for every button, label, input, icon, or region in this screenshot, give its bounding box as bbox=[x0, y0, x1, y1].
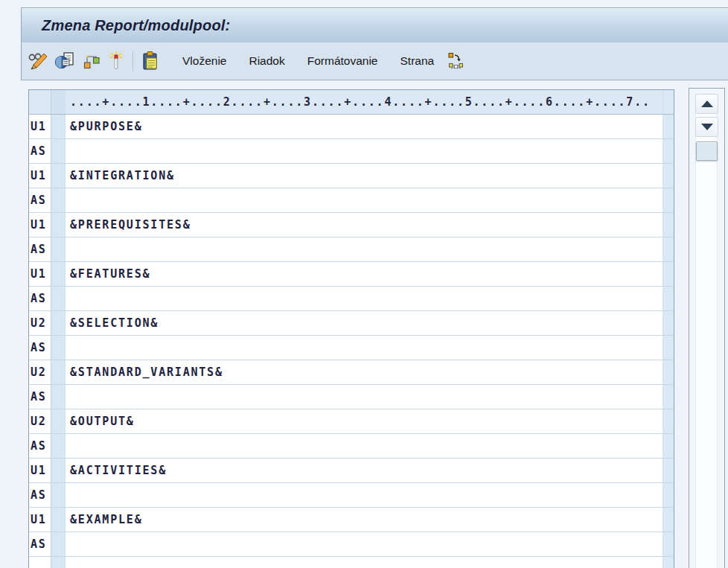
line-text-cell[interactable] bbox=[66, 483, 662, 507]
line-gutter bbox=[51, 213, 66, 237]
page-title: Zmena Report/modulpool: bbox=[42, 17, 230, 34]
line-right-gutter bbox=[662, 557, 674, 568]
scroll-down-button[interactable] bbox=[695, 117, 718, 137]
line-text-cell[interactable] bbox=[66, 336, 662, 360]
line-format-cell[interactable]: U1 bbox=[29, 115, 51, 138]
line-gutter bbox=[51, 262, 66, 286]
line-right-gutter bbox=[662, 287, 674, 310]
line-right-gutter bbox=[662, 459, 674, 482]
editor-row: AS bbox=[29, 532, 674, 557]
line-format-cell[interactable]: U1 bbox=[29, 213, 51, 237]
line-text-cell[interactable] bbox=[66, 532, 662, 556]
line-gutter bbox=[51, 237, 66, 261]
line-text-cell[interactable]: &PREREQUISITES& bbox=[66, 213, 662, 237]
line-gutter bbox=[51, 434, 66, 458]
vertical-scrollbar bbox=[689, 88, 725, 568]
line-right-gutter bbox=[662, 115, 674, 138]
line-gutter bbox=[51, 385, 66, 409]
ruler-gutter bbox=[51, 90, 66, 114]
document-globe-icon[interactable] bbox=[54, 50, 76, 72]
display-change-icon[interactable] bbox=[27, 50, 49, 72]
line-right-gutter bbox=[662, 532, 674, 556]
line-text-cell[interactable] bbox=[66, 385, 662, 409]
line-format-cell[interactable]: AS bbox=[29, 532, 51, 556]
editor-row: AS bbox=[29, 287, 674, 311]
structure-icon[interactable] bbox=[80, 50, 103, 72]
line-gutter bbox=[51, 287, 66, 310]
line-gutter bbox=[51, 360, 66, 384]
line-text-cell[interactable]: &INTEGRATION& bbox=[66, 164, 662, 188]
line-format-cell[interactable]: AS bbox=[29, 385, 51, 409]
line-button[interactable]: Riadok bbox=[246, 53, 287, 69]
line-right-gutter bbox=[662, 508, 674, 532]
line-text-cell[interactable] bbox=[66, 557, 662, 568]
editor-row: AS bbox=[29, 336, 674, 360]
line-text-cell[interactable]: &SELECTION& bbox=[66, 311, 662, 335]
line-format-cell[interactable]: U1 bbox=[29, 508, 51, 532]
line-text-cell[interactable]: &FEATURES& bbox=[66, 262, 662, 286]
rearrange-icon[interactable] bbox=[447, 50, 466, 72]
formatting-button[interactable]: Formátovanie bbox=[305, 53, 380, 69]
line-text-cell[interactable]: &EXAMPLE& bbox=[66, 508, 662, 532]
editor-row: AS bbox=[29, 237, 674, 262]
title-bar: Zmena Report/modulpool: bbox=[21, 7, 728, 43]
line-format-cell[interactable]: U2 bbox=[29, 311, 51, 335]
line-format-cell[interactable]: AS bbox=[29, 139, 51, 163]
scrollbar-thumb[interactable] bbox=[696, 141, 718, 161]
line-gutter bbox=[51, 115, 66, 138]
line-right-gutter bbox=[662, 262, 674, 286]
line-format-cell[interactable]: AS bbox=[29, 483, 51, 507]
line-text-cell[interactable] bbox=[66, 237, 662, 261]
line-text-cell[interactable]: &OUTPUT& bbox=[66, 409, 662, 433]
toolbar-buttons: Vloženie Riadok Formátovanie Strana bbox=[180, 53, 436, 69]
editor-row bbox=[29, 557, 674, 568]
line-format-cell[interactable]: AS bbox=[29, 434, 51, 458]
line-text-cell[interactable]: &PURPOSE& bbox=[66, 115, 662, 138]
editor-row: AS bbox=[29, 483, 674, 508]
editor-rows: U1 &PURPOSE& AS U1 &INTEGRATION& AS U1 &… bbox=[29, 115, 674, 568]
line-right-gutter bbox=[662, 188, 674, 212]
line-gutter bbox=[51, 164, 66, 188]
line-format-cell[interactable]: U1 bbox=[29, 459, 51, 482]
editor-row: U1 &EXAMPLE& bbox=[29, 508, 674, 532]
line-format-cell[interactable]: AS bbox=[29, 336, 51, 360]
line-gutter bbox=[51, 311, 66, 335]
line-text-cell[interactable]: &ACTIVITIES& bbox=[66, 459, 662, 482]
scroll-up-button[interactable] bbox=[695, 94, 718, 114]
arrow-up-icon bbox=[701, 100, 713, 107]
insert-button[interactable]: Vloženie bbox=[180, 53, 229, 69]
activate-wand-icon[interactable] bbox=[107, 50, 125, 72]
line-format-cell[interactable]: U1 bbox=[29, 262, 51, 286]
line-text-cell[interactable]: &STANDARD_VARIANTS& bbox=[66, 360, 662, 384]
line-gutter bbox=[51, 483, 66, 507]
ruler-right-gutter bbox=[662, 90, 674, 114]
toolbar-separator bbox=[132, 51, 133, 71]
line-text-cell[interactable] bbox=[66, 434, 662, 458]
editor-row: U2 &OUTPUT& bbox=[29, 409, 674, 434]
line-format-cell[interactable]: U1 bbox=[29, 164, 51, 188]
editor-row: U1 &INTEGRATION& bbox=[29, 164, 674, 188]
line-text-cell[interactable] bbox=[66, 287, 662, 310]
scrollbar-track[interactable] bbox=[695, 94, 718, 568]
line-format-cell[interactable]: AS bbox=[29, 188, 51, 212]
line-format-cell[interactable]: U2 bbox=[29, 360, 51, 384]
line-right-gutter bbox=[662, 139, 674, 163]
paste-icon[interactable] bbox=[140, 50, 162, 72]
line-gutter bbox=[51, 557, 66, 568]
line-gutter bbox=[51, 139, 66, 163]
page-button[interactable]: Strana bbox=[397, 53, 436, 69]
line-text-cell[interactable] bbox=[66, 139, 662, 163]
editor-row: U1 &ACTIVITIES& bbox=[29, 459, 674, 483]
line-text-cell[interactable] bbox=[66, 188, 662, 212]
editor-row: AS bbox=[29, 434, 674, 459]
line-right-gutter bbox=[662, 385, 674, 409]
line-format-cell[interactable] bbox=[29, 557, 51, 568]
sap-editor-window: Zmena Report/modulpool: bbox=[0, 0, 728, 568]
line-format-cell[interactable]: U2 bbox=[29, 409, 51, 433]
line-right-gutter bbox=[662, 483, 674, 507]
line-right-gutter bbox=[662, 336, 674, 360]
line-right-gutter bbox=[662, 360, 674, 384]
line-format-cell[interactable]: AS bbox=[29, 287, 51, 310]
line-format-cell[interactable]: AS bbox=[29, 237, 51, 261]
line-gutter bbox=[51, 336, 66, 360]
